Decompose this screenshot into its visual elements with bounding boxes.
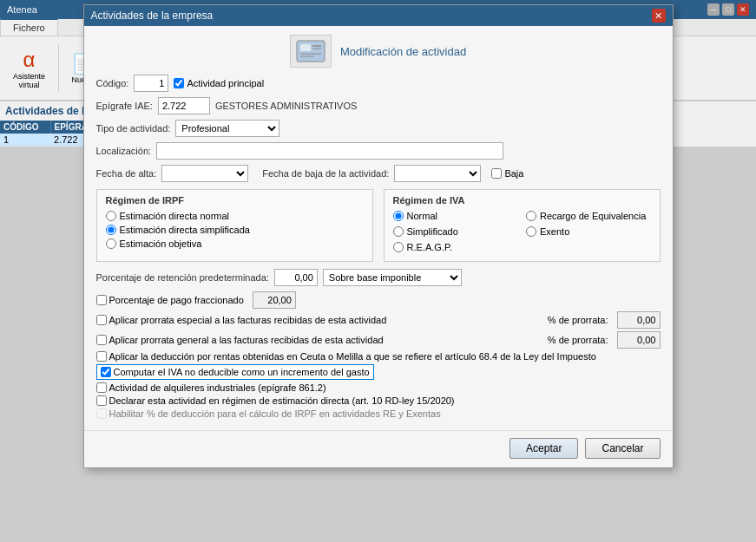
irpf-radio-objetiva-input[interactable] — [106, 238, 116, 249]
dialog-footer: Aceptar Cancelar — [84, 430, 673, 467]
iva-radio-normal[interactable]: Normal — [393, 211, 518, 221]
fecha-baja-select[interactable] — [394, 165, 481, 182]
dialog-close-button[interactable]: ✕ — [652, 9, 666, 23]
iva-no-deducible-label[interactable]: Computar el IVA no deducible como un inc… — [101, 367, 370, 377]
baja-checkbox-label[interactable]: Baja — [491, 168, 523, 179]
pago-fraccionado-text: Porcentaje de pago fraccionado — [109, 295, 244, 305]
alquileres-label[interactable]: Actividad de alquileres industriales (ep… — [96, 382, 326, 393]
iva-no-deducible-wrapper: Computar el IVA no deducible como un inc… — [96, 364, 374, 380]
minimize-button[interactable]: ─ — [707, 3, 720, 16]
dialog-icon — [290, 35, 332, 68]
actividad-principal-checkbox-label[interactable]: Actividad principal — [174, 78, 264, 88]
iva-radio-recargo-input[interactable] — [526, 211, 536, 221]
iva-radio-simplificado-input[interactable] — [393, 226, 404, 237]
epigrafe-label: Epígrafe IAE: — [96, 101, 153, 111]
iva-radio-simplificado[interactable]: Simplificado — [393, 226, 518, 237]
codigo-row: Código: Actividad principal — [96, 75, 661, 92]
iva-reagp-label: R.E.A.G.P. — [407, 242, 452, 252]
deduccion-irpf-label: Habilitar % de deducción para el cálculo… — [96, 408, 441, 419]
ceuta-melilla-label[interactable]: Aplicar la deducción por rentas obtenida… — [96, 351, 596, 362]
prorrata-general-checkbox[interactable] — [96, 335, 107, 345]
retencion-row: Porcentaje de retención predeterminada: … — [96, 269, 661, 286]
estimacion-directa-checkbox[interactable] — [96, 395, 107, 406]
irpf-radio-objetiva[interactable]: Estimación objetiva — [106, 238, 364, 249]
ceuta-melilla-text: Aplicar la deducción por rentas obtenida… — [109, 351, 596, 362]
tipo-actividad-row: Tipo de actividad: Profesional Empresari… — [96, 120, 661, 137]
iva-exento-label: Exento — [540, 226, 569, 237]
dialog-body: Modificación de actividad Código: Activi… — [84, 26, 673, 430]
iva-grid: Normal Recargo de Equivalencia Simplific… — [393, 211, 651, 256]
pago-fraccionado-label[interactable]: Porcentaje de pago fraccionado — [96, 295, 244, 305]
tab-fichero[interactable]: Fichero — [0, 19, 58, 36]
iva-radio-reagp[interactable]: R.E.A.G.P. — [393, 242, 518, 252]
prorrata-especial-text: Aplicar prorrata especial a las facturas… — [109, 315, 387, 325]
asistente-button[interactable]: α Asistentevirtual — [7, 45, 51, 92]
iva-radio-exento-input[interactable] — [526, 226, 536, 237]
irpf-radio-simplificada-input[interactable] — [106, 225, 116, 235]
dialog-title: Actividades de la empresa — [91, 10, 214, 22]
localizacion-input[interactable] — [156, 142, 503, 160]
sobre-base-select[interactable]: Sobre base imponible Sobre cuota — [323, 269, 462, 286]
iva-radio-reagp-input[interactable] — [393, 242, 404, 252]
retencion-input[interactable] — [274, 269, 318, 286]
app-title: Atenea — [7, 4, 37, 15]
fecha-alta-label: Fecha de alta: — [96, 168, 157, 179]
irpf-normal-label: Estimación directa normal — [120, 211, 230, 221]
dialog-subtitle: Modificación de actividad — [340, 45, 466, 58]
ceuta-melilla-checkbox[interactable] — [96, 351, 107, 362]
dialog-titlebar: Actividades de la empresa ✕ — [84, 5, 673, 26]
iva-title: Régimen de IVA — [393, 195, 651, 206]
app-window: Atenea ─ □ ✕ Fichero α Asistentevirtual — [0, 0, 756, 542]
prorrata-general-pct-label: % de prorrata: — [548, 335, 608, 345]
iva-no-deducible-checkbox[interactable] — [101, 367, 111, 377]
iva-box: Régimen de IVA Normal Recargo de Equival… — [384, 189, 661, 262]
pago-fraccionado-value[interactable] — [253, 291, 296, 309]
aceptar-button[interactable]: Aceptar — [509, 438, 578, 459]
col-codigo: CÓDIGO — [0, 121, 50, 134]
irpf-box: Régimen de IRPF Estimación directa norma… — [96, 189, 373, 262]
prorrata-general-text: Aplicar prorrata general a las facturas … — [109, 335, 384, 345]
iva-radio-exento[interactable]: Exento — [526, 226, 651, 237]
prorrata-general-value[interactable] — [617, 331, 661, 349]
irpf-objetiva-label: Estimación objetiva — [120, 238, 202, 249]
epigrafe-input[interactable] — [158, 97, 210, 114]
deduccion-irpf-text: Habilitar % de deducción para el cálculo… — [109, 408, 441, 419]
asistente-icon: α — [23, 48, 36, 72]
iva-radio-recargo[interactable]: Recargo de Equivalencia — [526, 211, 651, 221]
iva-no-deducible-text: Computar el IVA no deducible como un inc… — [114, 367, 370, 377]
iva-radio-normal-input[interactable] — [393, 211, 404, 221]
tipo-actividad-select[interactable]: Profesional Empresarial Agrícola — [175, 120, 279, 137]
asistente-label: Asistentevirtual — [13, 72, 45, 89]
baja-label: Baja — [504, 168, 523, 179]
maximize-button[interactable]: □ — [722, 3, 734, 16]
prorrata-general-row: Aplicar prorrata general a las facturas … — [96, 331, 661, 349]
deduccion-irpf-checkbox — [96, 408, 107, 419]
estimacion-directa-label[interactable]: Declarar esta actividad en régimen de es… — [96, 395, 455, 406]
codigo-input[interactable] — [134, 75, 168, 92]
pago-fraccionado-checkbox[interactable] — [96, 295, 107, 305]
app-close-button[interactable]: ✕ — [737, 3, 749, 16]
actividad-principal-checkbox[interactable] — [174, 78, 184, 88]
codigo-label: Código: — [96, 78, 129, 88]
svg-rect-1 — [300, 44, 311, 51]
prorrata-especial-label[interactable]: Aplicar prorrata especial a las facturas… — [96, 315, 387, 325]
irpf-radio-normal-input[interactable] — [106, 211, 116, 221]
svg-rect-0 — [297, 41, 325, 62]
alquileres-checkbox[interactable] — [96, 382, 107, 393]
prorrata-especial-checkbox[interactable] — [96, 315, 107, 325]
regime-container: Régimen de IRPF Estimación directa norma… — [96, 189, 661, 262]
iva-simplificado-label: Simplificado — [407, 226, 458, 237]
actividad-principal-label: Actividad principal — [187, 78, 264, 88]
cell-codigo: 1 — [0, 134, 50, 147]
irpf-radio-simplificada[interactable]: Estimación directa simplificada — [106, 225, 364, 235]
prorrata-especial-value[interactable] — [617, 311, 661, 329]
alquileres-text: Actividad de alquileres industriales (ep… — [109, 382, 326, 393]
baja-checkbox[interactable] — [491, 168, 502, 179]
fecha-alta-select[interactable] — [161, 165, 248, 182]
irpf-radio-normal[interactable]: Estimación directa normal — [106, 211, 364, 221]
prorrata-general-label[interactable]: Aplicar prorrata general a las facturas … — [96, 335, 384, 345]
cancelar-button[interactable]: Cancelar — [585, 438, 660, 459]
irpf-simplificada-label: Estimación directa simplificada — [120, 225, 250, 235]
localizacion-label: Localización: — [96, 146, 152, 156]
alquileres-row: Actividad de alquileres industriales (ep… — [96, 382, 661, 393]
